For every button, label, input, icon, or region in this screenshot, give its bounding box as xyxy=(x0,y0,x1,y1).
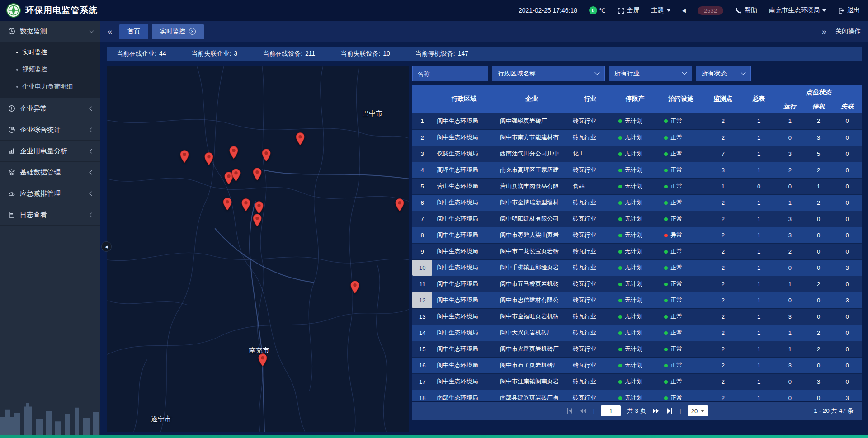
cell-run: 1 xyxy=(776,194,804,211)
last-page-button[interactable] xyxy=(666,407,673,414)
org-dropdown[interactable]: 南充市生态环境局 xyxy=(769,6,826,14)
cell-stop-limit: 无计划 xyxy=(612,259,658,276)
cell-stop-limit: 无计划 xyxy=(612,243,658,259)
phone-icon xyxy=(735,7,742,14)
sidebar-subitem-视频监控[interactable]: 视频监控 xyxy=(0,61,100,78)
logout-button[interactable]: 退出 xyxy=(838,6,860,14)
chevron-down-icon xyxy=(90,28,94,33)
map-pin-icon[interactable] xyxy=(395,198,404,212)
map-city-label: 巴中市 xyxy=(362,109,382,118)
map-pin-icon[interactable] xyxy=(255,201,264,214)
col-total-meter: 总表 xyxy=(742,85,776,113)
table-row[interactable]: 4高坪生态环境局南充市高坪区王家店建砖瓦行业无计划正常31220 xyxy=(412,162,862,178)
map-pin-icon[interactable] xyxy=(253,167,262,181)
sidebar-subitem-实时监控[interactable]: 实时监控 xyxy=(0,44,100,61)
tab-scroll-right-icon[interactable]: » xyxy=(819,28,829,36)
chevron-down-icon xyxy=(594,70,599,75)
table-row[interactable]: 5营山生态环境局营山县润丰肉食品有限食品无计划正常10010 xyxy=(412,178,862,194)
status-ok-dot xyxy=(664,266,668,270)
cell-stopped: 5 xyxy=(804,146,833,162)
table-row[interactable]: 16阆中生态环境局阆中市石子页岩机砖厂砖瓦行业无计划正常21300 xyxy=(412,357,862,373)
table-row[interactable]: 6阆中生态环境局阆中市金博瑞新型墙材砖瓦行业无计划正常21120 xyxy=(412,194,862,211)
cell-run: 3 xyxy=(776,308,804,325)
next-page-button[interactable] xyxy=(652,407,660,414)
col-treatment: 治污设施 xyxy=(658,85,704,113)
help-button[interactable]: 帮助 xyxy=(735,6,757,14)
sidebar-subitem-企业电力负荷明细[interactable]: 企业电力负荷明细 xyxy=(0,78,100,95)
sidebar-item-基础数据管理[interactable]: 基础数据管理 xyxy=(0,162,100,183)
table-row[interactable]: 12阆中生态环境局阆中市忠信建材有限公砖瓦行业无计划正常21003 xyxy=(412,292,862,308)
map-pin-icon[interactable] xyxy=(295,132,305,146)
tab-scroll-left-icon[interactable]: « xyxy=(105,28,115,36)
sidebar-item-日志查看[interactable]: 日志查看 xyxy=(0,204,100,226)
map-pin-icon[interactable] xyxy=(350,281,360,294)
cell-company: 南充市高坪区王家店建 xyxy=(495,162,568,178)
cell-stop-limit: 无计划 xyxy=(612,146,658,162)
map-pin-icon[interactable] xyxy=(258,353,267,367)
table-row[interactable]: 13阆中生态环境局阆中市金福旺页岩机砖砖瓦行业无计划正常21300 xyxy=(412,308,862,325)
cell-stopped: 3 xyxy=(804,373,833,390)
industry-select[interactable]: 所有行业 xyxy=(609,66,692,81)
sidebar-item-企业异常[interactable]: 企业异常 xyxy=(0,98,100,119)
table-row[interactable]: 10阆中生态环境局阆中千佛镇五郎垭页岩砖瓦行业无计划正常21003 xyxy=(412,259,862,276)
region-select[interactable]: 行政区域名称 xyxy=(492,66,605,81)
cell-run: 3 xyxy=(776,146,804,162)
close-operations-button[interactable]: 关闭操作 xyxy=(835,28,861,36)
map-pin-icon[interactable] xyxy=(231,168,241,182)
table-row[interactable]: 8阆中生态环境局阆中市枣碧大梁山页岩砖瓦行业无计划异常21300 xyxy=(412,227,862,243)
table-row[interactable]: 3仪陇生态环境局西南油气田分公司川中化工无计划正常71350 xyxy=(412,146,862,162)
marquee-left-icon[interactable]: ◀ xyxy=(682,8,686,14)
status-ok-dot xyxy=(618,299,622,302)
theme-dropdown[interactable]: 主题 xyxy=(651,6,670,14)
tab-实时监控[interactable]: 实时监控× xyxy=(152,24,204,39)
status-ok-dot xyxy=(618,185,622,188)
cell-monitor-points: 2 xyxy=(704,129,742,146)
cell-run: 2 xyxy=(776,243,804,259)
sidebar-item-企业综合统计[interactable]: 企业综合统计 xyxy=(0,119,100,141)
cell-monitor-points: 2 xyxy=(704,113,742,129)
cell-region: 营山生态环境局 xyxy=(432,178,495,194)
map-panel[interactable]: 巴中市南充市遂宁市 ◀ xyxy=(107,66,409,432)
cell-industry: 化工 xyxy=(568,146,612,162)
map-pin-icon[interactable] xyxy=(261,149,271,162)
sidebar-item-企业用电量分析[interactable]: 企业用电量分析 xyxy=(0,141,100,162)
cell-industry: 砖瓦行业 xyxy=(568,325,612,341)
chevron-left-icon xyxy=(90,170,94,174)
cell-stopped: 2 xyxy=(804,113,833,129)
table-row[interactable]: 7阆中生态环境局阆中明阳建材有限公司砖瓦行业无计划正常21300 xyxy=(412,211,862,227)
map-pin-icon[interactable] xyxy=(253,214,262,227)
table-row[interactable]: 17阆中生态环境局阆中市江南镇阆南页岩砖瓦行业无计划正常21030 xyxy=(412,373,862,390)
cell-company: 阆中强锐页岩砖厂 xyxy=(495,113,568,129)
tab-close-icon[interactable]: × xyxy=(189,28,196,35)
sidebar-item-数据监测[interactable]: 数据监测 xyxy=(0,21,100,42)
cell-total-meter: 1 xyxy=(742,243,776,259)
table-row[interactable]: 18南部生态环境局南部县建兴页岩砖厂有砖瓦行业无计划正常21003 xyxy=(412,390,862,401)
table-row[interactable]: 9阆中生态环境局阆中市二龙长宝页岩砖砖瓦行业无计划正常21200 xyxy=(412,243,862,259)
table-row[interactable]: 2阆中生态环境局阆中市南方节能建材有砖瓦行业无计划正常21030 xyxy=(412,129,862,146)
page-size-select[interactable]: 20 xyxy=(688,405,708,416)
table-row[interactable]: 14阆中生态环境局阆中大兴页岩机砖厂砖瓦行业无计划正常21120 xyxy=(412,325,862,341)
table-row[interactable]: 15阆中生态环境局阆中市光富页岩机砖厂砖瓦行业无计划正常21120 xyxy=(412,341,862,357)
map-pin-icon[interactable] xyxy=(204,152,214,165)
sidebar-item-应急减排管理[interactable]: 应急减排管理 xyxy=(0,183,100,204)
page-number-input[interactable]: 1 xyxy=(601,405,621,416)
cell-industry: 砖瓦行业 xyxy=(568,308,612,325)
map-pin-icon[interactable] xyxy=(229,146,238,159)
cell-lost: 0 xyxy=(833,162,862,178)
row-index: 7 xyxy=(412,211,432,227)
name-search-input[interactable] xyxy=(412,66,488,81)
notice-count-badge[interactable]: 2632 xyxy=(698,6,723,15)
map-pin-icon[interactable] xyxy=(179,150,189,163)
first-page-button[interactable] xyxy=(566,407,573,414)
map-pin-icon[interactable] xyxy=(241,198,250,212)
fullscreen-button[interactable]: 全屏 xyxy=(618,6,640,14)
table-row[interactable]: 11阆中生态环境局阆中市五马桥页岩机砖砖瓦行业无计划正常21120 xyxy=(412,276,862,292)
table-row[interactable]: 1阆中生态环境局阆中强锐页岩砖厂砖瓦行业无计划正常21120 xyxy=(412,113,862,129)
map-pin-icon[interactable] xyxy=(223,197,232,211)
prev-page-button[interactable] xyxy=(580,407,587,414)
cell-stopped: 0 xyxy=(804,390,833,401)
status-ok-dot xyxy=(664,380,668,384)
status-select[interactable]: 所有状态 xyxy=(696,66,751,81)
tab-首页[interactable]: 首页 xyxy=(119,24,148,39)
cell-treatment: 正常 xyxy=(658,373,704,390)
